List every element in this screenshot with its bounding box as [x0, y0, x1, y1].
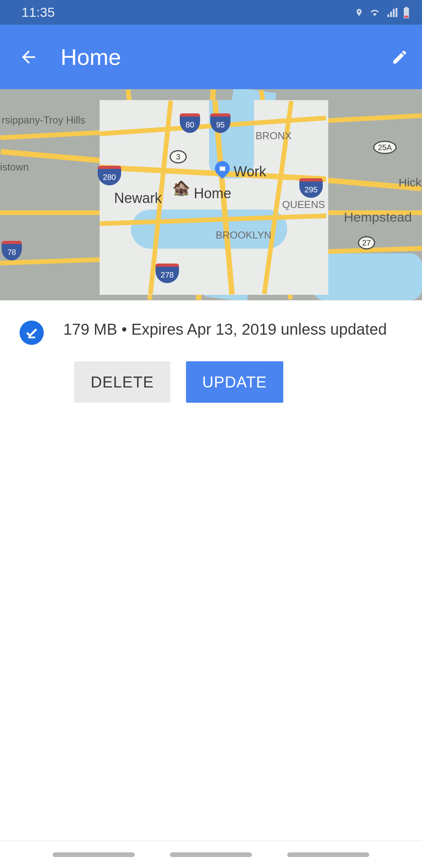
app-bar: Home	[0, 25, 422, 89]
status-icons	[355, 6, 410, 19]
downloaded-check-icon	[20, 321, 44, 345]
nav-home[interactable]	[170, 852, 252, 857]
map-label-home: Home	[194, 185, 231, 202]
delete-button[interactable]: DELETE	[74, 361, 170, 403]
map-label-newark: Newark	[114, 190, 162, 206]
status-time: 11:35	[21, 5, 55, 20]
wifi-icon	[368, 7, 381, 18]
arrow-back-icon	[19, 47, 38, 67]
info-row: 179 MB • Expires Apr 13, 2019 unless upd…	[0, 300, 422, 345]
map-label-istown: istown	[0, 161, 29, 173]
location-icon	[355, 7, 363, 18]
system-nav-bar	[0, 841, 422, 868]
map-label-work: Work	[234, 163, 266, 180]
signal-icon	[386, 7, 398, 18]
map-label-bronx: BRONX	[256, 130, 291, 142]
battery-icon	[402, 6, 410, 19]
action-buttons: DELETE UPDATE	[0, 345, 422, 403]
svg-rect-1	[405, 7, 407, 8]
update-button[interactable]: UPDATE	[186, 361, 283, 403]
pencil-icon	[391, 48, 408, 66]
home-marker-icon: 🏚️	[172, 179, 190, 196]
shield-route25a: 25A	[373, 141, 397, 154]
back-button[interactable]	[18, 46, 39, 68]
map-preview[interactable]: rsippany-Troy Hills istown BRONX Work Ne…	[0, 89, 422, 300]
map-label-queens: QUEENS	[282, 199, 325, 211]
page-title: Home	[61, 44, 389, 70]
svg-rect-2	[404, 16, 409, 18]
map-label-hicksville: Hicks	[399, 176, 422, 189]
shield-route27: 27	[358, 236, 375, 249]
status-bar: 11:35	[0, 0, 422, 25]
shield-route3: 3	[170, 150, 187, 163]
map-label-brooklyn: BROOKLYN	[216, 229, 272, 241]
nav-recent[interactable]	[53, 852, 135, 857]
map-label-parsippany: rsippany-Troy Hills	[2, 114, 85, 126]
edit-button[interactable]	[389, 46, 410, 68]
status-text: 179 MB • Expires Apr 13, 2019 unless upd…	[63, 318, 387, 340]
nav-back[interactable]	[287, 852, 369, 857]
